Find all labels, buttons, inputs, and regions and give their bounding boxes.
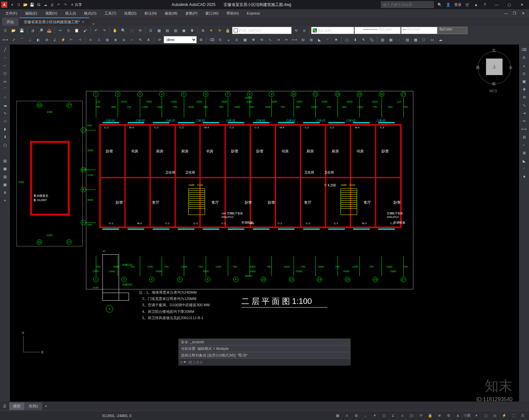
layer-manage-icon[interactable]: ⧉	[199, 26, 207, 34]
open-file-icon[interactable]: 📂	[10, 26, 18, 34]
dim-linear-icon[interactable]: ⟷	[1, 36, 9, 44]
addsel-tool-icon[interactable]: +	[1, 197, 9, 204]
pline-tool-icon[interactable]: ⌐	[1, 62, 9, 69]
clean-icon[interactable]: ▢	[482, 412, 489, 419]
center-icon[interactable]: ⊕	[111, 36, 119, 44]
point-icon[interactable]: ·	[395, 36, 403, 44]
menu-draw[interactable]: 绘图(D)	[121, 10, 140, 17]
props-icon[interactable]: ☰	[147, 26, 155, 34]
move-icon[interactable]: ✥	[249, 36, 257, 44]
color-dropdown[interactable]: ByLayer	[311, 27, 354, 34]
menu-format[interactable]: 格式(O)	[81, 10, 100, 17]
rt-stretch-icon[interactable]: ⇥	[520, 109, 528, 117]
qat-menu-icon[interactable]: ▾	[9, 2, 15, 8]
markup-icon[interactable]: ▣	[180, 26, 188, 34]
offset-icon[interactable]: ⊏	[233, 36, 241, 44]
region-icon[interactable]: ▧	[379, 36, 387, 44]
ray-tool-icon[interactable]: →	[1, 54, 9, 61]
annot-vis-icon[interactable]: 👁	[436, 412, 443, 419]
workspace-icon[interactable]: ⚙	[445, 412, 452, 419]
otrack-icon[interactable]: ∠	[389, 412, 397, 419]
dimstyle-dropdown[interactable]: dimn	[164, 36, 197, 43]
inspect-icon[interactable]: ⧇	[120, 36, 128, 44]
erase-icon[interactable]: ⌫	[208, 36, 216, 44]
point-tool-icon[interactable]: ·	[1, 149, 9, 156]
table-icon[interactable]: ▦	[387, 36, 395, 44]
lweight-icon[interactable]: ≡	[399, 412, 406, 419]
trim-icon[interactable]: ✂	[282, 36, 290, 44]
transparency-icon[interactable]: ◫	[408, 412, 415, 419]
polar-icon[interactable]: ✶	[371, 412, 378, 419]
layer-lock-icon[interactable]: 🔒	[224, 26, 232, 34]
polygon-tool-icon[interactable]: ⬡	[1, 70, 9, 77]
layer-freeze-icon[interactable]: ❄	[216, 26, 224, 34]
tab-start[interactable]: 开始	[2, 18, 19, 26]
web-open-icon[interactable]: ☁	[42, 2, 48, 8]
menu-param[interactable]: 参数(P)	[182, 10, 201, 17]
revcloud-tool-icon[interactable]: ☁	[1, 102, 9, 109]
rt-move-icon[interactable]: ✥	[520, 86, 528, 93]
layer-iso-icon[interactable]: ⧈	[300, 26, 308, 34]
plotstyle-dropdown[interactable]: ByColor	[438, 27, 468, 34]
doc-restore-button[interactable]: ❐	[510, 10, 518, 17]
dim-update-icon[interactable]: ⟳	[155, 36, 163, 44]
dim-radius-icon[interactable]: ◐	[34, 36, 42, 44]
dim-arc-icon[interactable]: ⌒	[18, 36, 26, 44]
break-icon[interactable]: ⊟	[299, 36, 307, 44]
rt-rotate-icon[interactable]: ⟲	[520, 94, 528, 101]
annotation-icon[interactable]: A	[454, 412, 462, 419]
command-line[interactable]: 命令: _textedit 当前设置: 编辑模式 = Multiple 选择注释…	[179, 339, 350, 365]
match-icon[interactable]: 🖌	[81, 26, 89, 34]
search-icon[interactable]: 🔍	[437, 2, 442, 7]
drawing-canvas[interactable]: 上 北 南 东 西 WCS 12345678910111315161712456…	[10, 45, 519, 408]
dim-tedit-icon[interactable]: A	[144, 36, 152, 44]
table-tool-icon[interactable]: ▦	[1, 181, 9, 188]
layout-add-button[interactable]: +	[42, 404, 50, 408]
cycling-icon[interactable]: ⟳	[417, 412, 425, 419]
scale-icon[interactable]: ⤡	[266, 36, 274, 44]
rt-fillet-icon[interactable]: ◜	[520, 165, 528, 172]
preview-icon[interactable]: 🔎	[37, 26, 45, 34]
dim-aligned-icon[interactable]: ⤢	[10, 36, 18, 44]
layout-menu-icon[interactable]: ☰	[0, 404, 9, 408]
hatch-tool-icon[interactable]: ▨	[1, 157, 9, 164]
plot-icon[interactable]: 🖨	[49, 2, 55, 8]
rect-tool-icon[interactable]: ▭	[1, 78, 9, 85]
close-button[interactable]: ✕	[516, 1, 528, 9]
cart-icon[interactable]: 🛒	[465, 2, 470, 7]
layer-dropdown[interactable]: PUB_HATCH	[232, 27, 292, 34]
attach-icon[interactable]: 📎	[368, 36, 376, 44]
app-logo[interactable]: A	[1, 2, 7, 8]
undo2-icon[interactable]: ↶	[92, 26, 100, 34]
boundary-icon[interactable]: ⬠	[420, 36, 428, 44]
minimize-button[interactable]: —	[491, 1, 503, 9]
tolerance-icon[interactable]: ⊞	[103, 36, 111, 44]
menu-view[interactable]: 视图(V)	[42, 10, 61, 17]
annot-scale-icon[interactable]: 🔒	[427, 412, 434, 419]
menu-edit[interactable]: 编辑(E)	[22, 10, 41, 17]
login-label[interactable]: 登录	[454, 2, 462, 7]
dim-angle-icon[interactable]: ∠	[51, 36, 59, 44]
save-file-icon[interactable]: 💾	[18, 26, 26, 34]
rt-join-icon[interactable]: ⊞	[520, 149, 528, 156]
layer-prev-icon[interactable]: ⟲	[292, 26, 300, 34]
tab-close-icon[interactable]: ✕	[82, 20, 85, 24]
ortho-icon[interactable]: ⟂	[362, 412, 369, 419]
tab-document[interactable]: 安徽省某安居小区结构建筑施工图*✕	[19, 18, 89, 26]
qcalc-icon[interactable]: 🖩	[188, 26, 196, 34]
jog-icon[interactable]: ⌐	[128, 36, 136, 44]
help-search-input[interactable]	[381, 1, 434, 8]
rt-erase-icon[interactable]: ⌫	[520, 46, 528, 53]
tab-model[interactable]: 模型	[9, 402, 24, 410]
rt-copy-icon[interactable]: ⎘	[520, 54, 528, 61]
dim-cont-icon[interactable]: ⊣	[76, 36, 84, 44]
dim-edit-icon[interactable]: ✎	[136, 36, 144, 44]
tab-layout1[interactable]: 布局1	[25, 402, 42, 410]
extend-icon[interactable]: ⟼	[291, 36, 299, 44]
status-menu-icon[interactable]: ☰	[519, 412, 526, 419]
hardware-icon[interactable]: ⚡	[501, 412, 508, 419]
save-icon[interactable]: 💾	[29, 2, 35, 8]
menu-modify[interactable]: 修改(M)	[161, 10, 181, 17]
menu-tools[interactable]: 工具(T)	[101, 10, 120, 17]
zoom-prev-icon[interactable]: ⟲	[136, 26, 144, 34]
